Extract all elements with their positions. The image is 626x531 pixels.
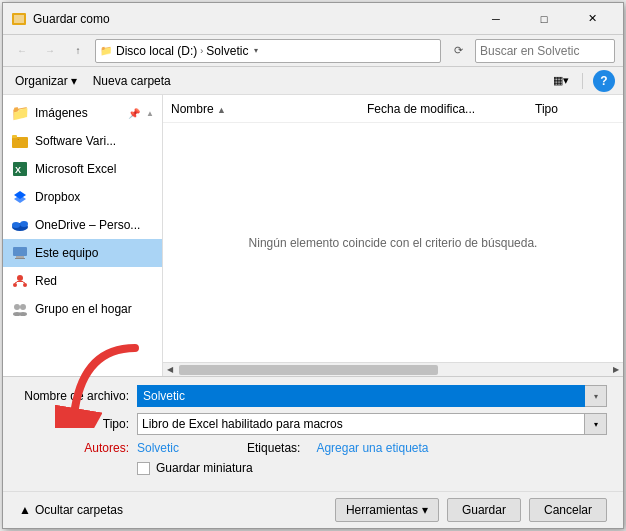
- sidebar-item-label: Imágenes: [35, 106, 122, 120]
- computer-icon: [11, 244, 29, 262]
- view-button[interactable]: ▦▾: [550, 70, 572, 92]
- horizontal-scrollbar[interactable]: ◀ ▶: [163, 362, 623, 376]
- herramientas-button[interactable]: Herramientas ▾: [335, 498, 439, 522]
- organize-label: Organizar: [15, 74, 68, 88]
- content-body: Ningún elemento coincide con el criterio…: [163, 123, 623, 362]
- homegroup-icon: [11, 300, 29, 318]
- svg-rect-14: [16, 256, 24, 258]
- autores-row: Autores: Solvetic Etiquetas: Agregar una…: [19, 441, 607, 455]
- svg-rect-13: [13, 247, 27, 256]
- sidebar-item-imagenes[interactable]: 📁 Imágenes 📌 ▲: [3, 99, 162, 127]
- scroll-thumb[interactable]: [179, 365, 438, 375]
- filename-row: Nombre de archivo: ▾: [19, 385, 607, 407]
- sidebar-item-dropbox[interactable]: Dropbox: [3, 183, 162, 211]
- organize-chevron: ▾: [71, 74, 77, 88]
- svg-point-12: [20, 221, 28, 227]
- sidebar-item-network[interactable]: Red: [3, 267, 162, 295]
- dropbox-icon: [11, 188, 29, 206]
- up-button[interactable]: ↑: [67, 40, 89, 62]
- checkbox-row: Guardar miniatura: [137, 461, 607, 475]
- separator: [582, 73, 583, 89]
- tipo-dropdown-button[interactable]: ▾: [585, 413, 607, 435]
- tipo-row: Tipo: Libro de Excel habilitado para mac…: [19, 413, 607, 435]
- scroll-track[interactable]: [177, 363, 609, 377]
- svg-line-21: [23, 282, 25, 283]
- svg-line-20: [15, 282, 17, 283]
- new-folder-label: Nueva carpeta: [93, 74, 171, 88]
- close-button[interactable]: ✕: [569, 9, 615, 29]
- miniatura-checkbox[interactable]: [137, 462, 150, 475]
- form-area: Nombre de archivo: ▾ Tipo: Libro de Exce…: [3, 376, 623, 491]
- svg-point-18: [13, 283, 17, 287]
- svg-point-23: [20, 304, 26, 310]
- etiquetas-label: Etiquetas:: [247, 441, 300, 455]
- refresh-button[interactable]: ⟳: [447, 40, 469, 62]
- sidebar-item-label: Red: [35, 274, 154, 288]
- expand-arrow: ▲: [146, 109, 154, 118]
- svg-point-25: [19, 312, 27, 316]
- address-chevron-1: ›: [200, 46, 203, 56]
- col-fecha-header[interactable]: Fecha de modifica...: [367, 102, 527, 116]
- col-nombre-header[interactable]: Nombre ▲: [171, 102, 359, 116]
- svg-rect-15: [15, 258, 25, 259]
- address-part-solvetic[interactable]: Solvetic: [206, 44, 248, 58]
- sidebar-item-label: Grupo en el hogar: [35, 302, 154, 316]
- sidebar-item-software[interactable]: Software Vari...: [3, 127, 162, 155]
- sidebar-item-homegroup[interactable]: Grupo en el hogar: [3, 295, 162, 323]
- help-button[interactable]: ?: [593, 70, 615, 92]
- network-icon: [11, 272, 29, 290]
- empty-message: Ningún elemento coincide con el criterio…: [249, 236, 538, 250]
- save-dialog: Guardar como ─ □ ✕ ← → ↑ 📁 Disco local (…: [2, 2, 624, 529]
- search-bar: 🔍: [475, 39, 615, 63]
- sidebar-item-onedrive[interactable]: OneDrive – Perso...: [3, 211, 162, 239]
- right-buttons: Herramientas ▾ Guardar Cancelar: [335, 498, 607, 522]
- svg-rect-1: [14, 15, 24, 23]
- title-bar: Guardar como ─ □ ✕: [3, 3, 623, 35]
- sidebar-item-computer[interactable]: Este equipo: [3, 239, 162, 267]
- hide-folders-label: Ocultar carpetas: [35, 503, 123, 517]
- back-button[interactable]: ←: [11, 40, 33, 62]
- maximize-button[interactable]: □: [521, 9, 567, 29]
- tipo-select-wrapper: Libro de Excel habilitado para macros ▾: [137, 413, 607, 435]
- search-input[interactable]: [480, 44, 626, 58]
- excel-icon: X: [11, 160, 29, 178]
- filename-dropdown-button[interactable]: ▾: [585, 385, 607, 407]
- hide-folders-button[interactable]: ▲ Ocultar carpetas: [19, 503, 123, 517]
- miniatura-label[interactable]: Guardar miniatura: [156, 461, 253, 475]
- sidebar-item-label: Dropbox: [35, 190, 154, 204]
- autores-label: Autores:: [19, 441, 129, 455]
- etiquetas-value[interactable]: Agregar una etiqueta: [316, 441, 428, 455]
- svg-point-22: [14, 304, 20, 310]
- organize-button[interactable]: Organizar ▾: [11, 72, 81, 90]
- dialog-title: Guardar como: [33, 12, 473, 26]
- column-headers: Nombre ▲ Fecha de modifica... Tipo: [163, 95, 623, 123]
- scroll-right-button[interactable]: ▶: [609, 363, 623, 377]
- action-bar: Organizar ▾ Nueva carpeta ▦▾ ?: [3, 67, 623, 95]
- window-controls: ─ □ ✕: [473, 9, 615, 29]
- onedrive-icon: [11, 216, 29, 234]
- svg-rect-5: [12, 135, 17, 138]
- hide-arrow-icon: ▲: [19, 503, 31, 517]
- cancelar-button[interactable]: Cancelar: [529, 498, 607, 522]
- minimize-button[interactable]: ─: [473, 9, 519, 29]
- scroll-left-button[interactable]: ◀: [163, 363, 177, 377]
- tipo-select-text: Libro de Excel habilitado para macros: [137, 413, 585, 435]
- svg-text:X: X: [15, 165, 21, 175]
- new-folder-button[interactable]: Nueva carpeta: [89, 72, 175, 90]
- folder-yellow-icon: [11, 132, 29, 150]
- sidebar-item-label: Microsoft Excel: [35, 162, 154, 176]
- herramientas-arrow-icon: ▾: [422, 503, 428, 517]
- sidebar: 📁 Imágenes 📌 ▲ Software Vari...: [3, 95, 163, 376]
- autores-value[interactable]: Solvetic: [137, 441, 179, 455]
- address-part-disk[interactable]: Disco local (D:): [116, 44, 197, 58]
- filename-input[interactable]: [137, 385, 585, 407]
- col-tipo-header[interactable]: Tipo: [535, 102, 615, 116]
- navigation-toolbar: ← → ↑ 📁 Disco local (D:) › Solvetic ▾ ⟳ …: [3, 35, 623, 67]
- bottom-buttons-bar: ▲ Ocultar carpetas Herramientas ▾ Guarda…: [3, 491, 623, 528]
- guardar-button[interactable]: Guardar: [447, 498, 521, 522]
- address-dropdown-button[interactable]: ▾: [248, 40, 264, 62]
- forward-button[interactable]: →: [39, 40, 61, 62]
- svg-rect-17: [17, 281, 23, 282]
- svg-point-16: [17, 275, 23, 281]
- sidebar-item-excel[interactable]: X Microsoft Excel: [3, 155, 162, 183]
